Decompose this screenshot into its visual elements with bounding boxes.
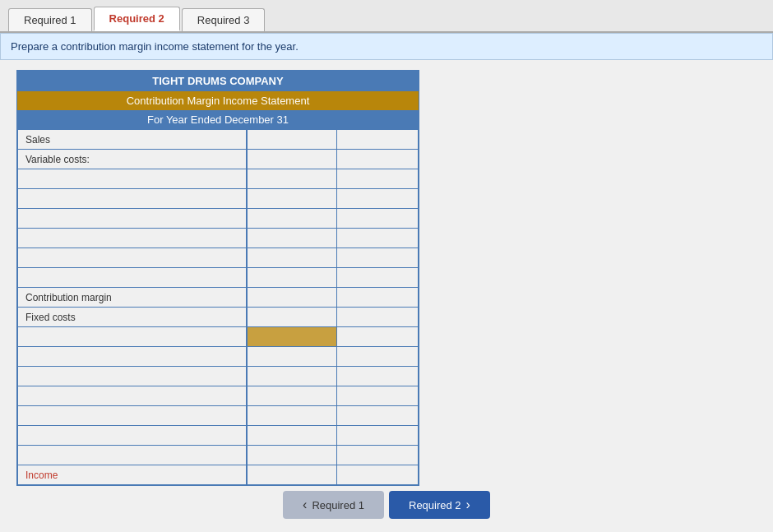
fc-item-row-2 <box>18 347 419 367</box>
vc-item-row-3 <box>18 209 419 229</box>
cm-right-input[interactable] <box>341 292 414 303</box>
fc-item2-label-input[interactable] <box>22 351 242 363</box>
fc-item-row-7 <box>18 446 419 465</box>
fc-item1-label-input[interactable] <box>22 331 242 343</box>
fc-item3-mid-input[interactable] <box>252 371 332 382</box>
fc-item-row-6 <box>18 426 419 446</box>
vc-item6-label-input[interactable] <box>22 272 242 284</box>
fc-item6-label-input[interactable] <box>22 430 242 442</box>
vc-item-row-5 <box>18 248 419 268</box>
vc-item-row-2 <box>18 189 419 209</box>
contribution-margin-row: Contribution margin <box>18 288 419 308</box>
sales-right-input[interactable] <box>341 134 414 146</box>
income-right-input[interactable] <box>341 470 414 481</box>
fc-item5-label-input[interactable] <box>22 410 242 422</box>
tabs-bar: Required 1 Required 2 Required 3 <box>0 0 773 33</box>
vc-item6-mid-input[interactable] <box>252 272 332 284</box>
fixed-costs-label-row: Fixed costs <box>18 308 419 327</box>
vc-label-mid-input[interactable] <box>252 154 332 165</box>
tab-required3[interactable]: Required 3 <box>182 8 266 31</box>
fc-item-row-4 <box>18 386 419 406</box>
statement-subtitle-header: Contribution Margin Income Statement <box>17 91 419 110</box>
variable-costs-label-row: Variable costs: <box>18 150 419 169</box>
chevron-left-icon <box>303 497 307 512</box>
tab-required1[interactable]: Required 1 <box>8 8 92 31</box>
main-content: TIGHT DRUMS COMPANY Contribution Margin … <box>0 60 773 532</box>
sales-label: Sales <box>22 134 50 146</box>
next-button[interactable]: Required 2 <box>389 491 490 519</box>
instruction-bar: Prepare a contribution margin income sta… <box>0 33 773 60</box>
vc-item1-label-input[interactable] <box>22 173 242 185</box>
vc-item5-mid-input[interactable] <box>252 252 332 264</box>
vc-item5-label-input[interactable] <box>22 252 242 264</box>
sales-row: Sales <box>18 130 419 150</box>
contribution-margin-label: Contribution margin <box>22 292 112 303</box>
fc-label-mid-input[interactable] <box>252 312 332 323</box>
statement-data-table: Sales Variable costs: <box>17 129 419 485</box>
vc-item3-mid-input[interactable] <box>252 213 332 224</box>
company-name-header: TIGHT DRUMS COMPANY <box>17 71 419 91</box>
income-label: Income <box>22 470 58 481</box>
fc-item2-mid-input[interactable] <box>252 351 332 363</box>
vc-item2-label-input[interactable] <box>22 193 242 205</box>
variable-costs-label: Variable costs: <box>22 154 90 165</box>
vc-item4-label-input[interactable] <box>22 233 242 244</box>
vc-item-row-4 <box>18 229 419 248</box>
fc-item4-mid-input[interactable] <box>252 391 332 402</box>
fc-item6-mid-input[interactable] <box>252 430 332 442</box>
fixed-costs-label: Fixed costs <box>22 312 76 323</box>
vc-item2-mid-input[interactable] <box>252 193 332 205</box>
income-statement-table: TIGHT DRUMS COMPANY Contribution Margin … <box>16 70 419 486</box>
statement-date-header: For Year Ended December 31 <box>17 110 419 129</box>
fc-item7-label-input[interactable] <box>22 450 242 461</box>
prev-button[interactable]: Required 1 <box>283 491 384 519</box>
income-mid-input[interactable] <box>252 470 332 481</box>
vc-item3-label-input[interactable] <box>22 213 242 224</box>
fc-item1-mid-input[interactable] <box>252 331 332 343</box>
tab-required2[interactable]: Required 2 <box>94 7 180 31</box>
vc-item1-mid-input[interactable] <box>252 173 332 185</box>
fc-item-row-5 <box>18 406 419 426</box>
bottom-navigation: Required 1 Required 2 <box>0 491 773 519</box>
fc-item-row-1 <box>18 327 419 347</box>
fc-item3-label-input[interactable] <box>22 371 242 382</box>
cm-mid-input[interactable] <box>252 292 332 303</box>
sales-mid-input[interactable] <box>252 134 332 146</box>
fc-item-row-3 <box>18 367 419 386</box>
fc-item4-label-input[interactable] <box>22 391 242 402</box>
fc-item7-mid-input[interactable] <box>252 450 332 461</box>
vc-item-row-1 <box>18 169 419 189</box>
vc-item-row-6 <box>18 268 419 288</box>
income-row: Income <box>18 465 419 485</box>
chevron-right-icon <box>466 497 470 512</box>
fc-item5-mid-input[interactable] <box>252 410 332 422</box>
vc-item4-mid-input[interactable] <box>252 233 332 244</box>
